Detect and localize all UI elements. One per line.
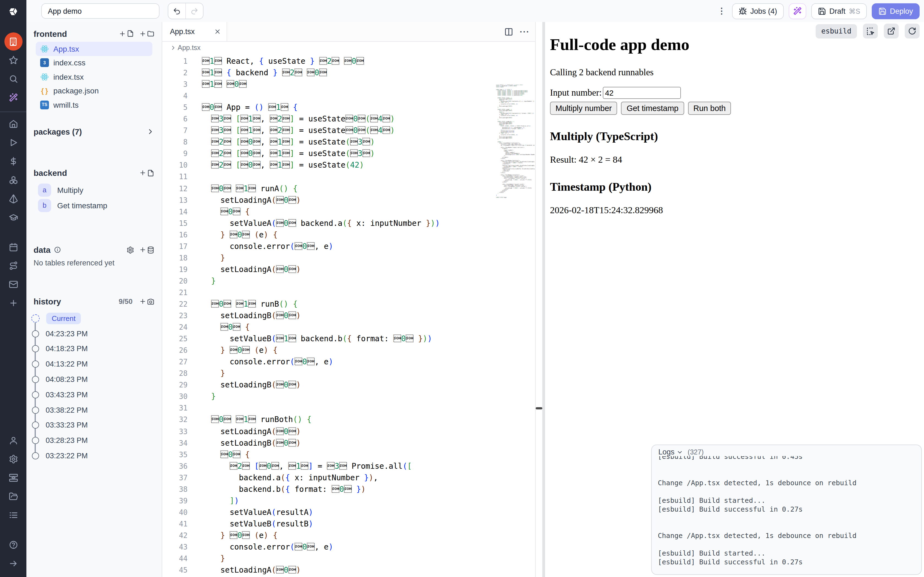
variables-dollar-icon[interactable] (4, 152, 23, 170)
settings-gear-icon[interactable] (4, 450, 23, 468)
code-line-36[interactable]: 36 2 [0, 1] = 3 Promise.all([ (162, 460, 535, 472)
breadcrumb[interactable]: App.tsx (162, 42, 535, 54)
code-line-44[interactable]: 44 } (162, 553, 535, 564)
split-editor-icon[interactable] (504, 27, 513, 36)
history-entry[interactable]: 03:23:22 PM (26, 448, 162, 464)
ai-assistant-button[interactable] (789, 3, 806, 19)
code-line-24[interactable]: 24 0 { (162, 321, 535, 333)
code-line-38[interactable]: 38 backend.b({ format: 0 }) (162, 483, 535, 495)
home-icon[interactable] (4, 114, 23, 133)
packages-row[interactable]: packages (7) (34, 126, 155, 137)
code-line-30[interactable]: 30 } (162, 391, 535, 403)
ai-wand-icon[interactable] (4, 88, 23, 106)
code-line-9[interactable]: 9 2 [0, 1] = useState(3) (162, 148, 535, 160)
app-name-input[interactable]: App demo (41, 3, 160, 19)
tutorials-graduation-cap-icon[interactable] (4, 208, 23, 226)
add-folder-button[interactable] (139, 30, 155, 37)
add-runnable-button[interactable] (139, 169, 155, 177)
code-line-21[interactable]: 21 (162, 287, 535, 298)
runnable-item-b[interactable]: bGet timestamp (34, 198, 155, 213)
code-line-41[interactable]: 41 setValueB(resultB) (162, 518, 535, 530)
run-both-button[interactable]: Run both (688, 102, 731, 115)
code-line-39[interactable]: 39 ]) (162, 495, 535, 507)
add-snapshot-button[interactable] (139, 298, 155, 305)
code-line-25[interactable]: 25 setValueB(1 backend.b({ format: 0… (162, 333, 535, 345)
code-line-11[interactable]: 11 (162, 171, 535, 183)
code-line-40[interactable]: 40 setValueA(resultA) (162, 507, 535, 518)
collapse-arrow-right-icon[interactable] (4, 554, 23, 572)
code-line-12[interactable]: 12 0 1 runA() { (162, 183, 535, 194)
add-file-button[interactable] (119, 30, 134, 37)
code-line-8[interactable]: 8 2 [0, 1] = useState(3) (162, 137, 535, 148)
editor-menu-ellipsis-icon[interactable]: ··· (520, 27, 530, 36)
minimap[interactable]: 1 React, { useState } 2 01 { bac… (496, 85, 535, 216)
audit-list-icon[interactable] (4, 506, 23, 524)
code-line-10[interactable]: 10 2 [0, 1] = useState(42) (162, 160, 535, 171)
code-line-15[interactable]: 15 setValueA(0 backend.a({ x: inputNum… (162, 218, 535, 229)
history-entry[interactable]: 04:08:23 PM (26, 372, 162, 387)
code-line-18[interactable]: 18 } (162, 252, 535, 264)
code-line-2[interactable]: 21 { backend } 2 0 (162, 67, 535, 79)
code-line-37[interactable]: 37 backend.a({ x: inputNumber }), (162, 472, 535, 483)
history-current-row[interactable]: Current (26, 311, 162, 326)
file-item-package-json[interactable]: { }package.json (36, 84, 152, 98)
history-entry[interactable]: 04:18:23 PM (26, 341, 162, 357)
undo-icon[interactable] (168, 3, 185, 19)
code-line-35[interactable]: 35 0 { (162, 449, 535, 460)
code-line-4[interactable]: 4 (162, 90, 535, 102)
code-line-14[interactable]: 14 0 { (162, 206, 535, 218)
code-line-31[interactable]: 31 (162, 403, 535, 414)
redo-icon[interactable] (185, 3, 203, 19)
history-entry[interactable]: 04:13:22 PM (26, 357, 162, 372)
code-line-28[interactable]: 28 } (162, 368, 535, 379)
code-line-33[interactable]: 33 setLoadingA(0) (162, 425, 535, 437)
file-item-App-tsx[interactable]: App.tsx (36, 42, 152, 56)
multiply-number-button[interactable]: Multiply number (550, 102, 617, 115)
history-entry[interactable]: 03:38:22 PM (26, 403, 162, 418)
windmill-logo-icon[interactable] (6, 5, 20, 20)
file-item-wmill-ts[interactable]: TSwmill.ts (36, 98, 152, 112)
info-icon[interactable] (54, 246, 61, 253)
code-viewport[interactable]: 11 React, { useState } 2 021 { b… (162, 54, 535, 577)
code-line-42[interactable]: 42 } 0 (e) { (162, 530, 535, 541)
code-line-20[interactable]: 20 } (162, 275, 535, 287)
triggers-pyramid-icon[interactable] (4, 189, 23, 208)
search-icon[interactable] (4, 69, 23, 88)
history-entry[interactable]: 03:33:23 PM (26, 417, 162, 433)
workspace-avatar[interactable] (4, 32, 22, 50)
code-line-34[interactable]: 34 setLoadingB(0) (162, 437, 535, 449)
file-item-index-tsx[interactable]: index.tsx (36, 70, 152, 84)
code-line-6[interactable]: 6 3 [1, 2] = useState0(4) (162, 113, 535, 125)
code-line-46[interactable]: 46 setLoadingB(0) (162, 576, 535, 577)
file-item-index-css[interactable]: 3index.css (36, 56, 152, 70)
add-table-button[interactable] (139, 246, 155, 254)
logs-header[interactable]: Logs (327) (658, 448, 704, 456)
jobs-button[interactable]: Jobs (4) (732, 3, 784, 19)
deploy-button[interactable]: Deploy (872, 3, 919, 19)
history-entry[interactable]: 03:43:23 PM (26, 387, 162, 403)
data-settings-gear-icon[interactable] (126, 246, 134, 254)
code-line-27[interactable]: 27 console.error(0, e) (162, 356, 535, 367)
history-entry[interactable]: 03:28:23 PM (26, 433, 162, 448)
code-line-29[interactable]: 29 setLoadingB(0) (162, 379, 535, 391)
code-line-3[interactable]: 31 0 (162, 79, 535, 90)
code-line-45[interactable]: 45 setLoadingA(0) (162, 564, 535, 576)
code-line-17[interactable]: 17 console.error(0, e) (162, 241, 535, 252)
code-line-13[interactable]: 13 setLoadingA(0) (162, 194, 535, 206)
code-line-16[interactable]: 16 } 0 (e) { (162, 229, 535, 240)
mail-icon[interactable] (4, 275, 23, 293)
runnable-item-a[interactable]: aMultiply (34, 182, 155, 198)
user-icon[interactable] (4, 431, 23, 450)
input-number-field[interactable]: 42 (603, 87, 681, 99)
splitter-drag-handle[interactable] (536, 407, 542, 409)
code-line-32[interactable]: 32 0 1 runBoth() { (162, 414, 535, 425)
code-line-19[interactable]: 19 setLoadingA(0) (162, 264, 535, 275)
code-line-23[interactable]: 23 setLoadingB(0) (162, 310, 535, 321)
resources-boxes-icon[interactable] (4, 170, 23, 189)
runs-play-icon[interactable] (4, 133, 23, 152)
log-lines[interactable]: [esbuild] Build successful in 0.45s Chan… (658, 456, 918, 567)
tab-app-tsx[interactable]: App.tsx (162, 22, 227, 41)
more-options-kebab-icon[interactable]: ⋮ (716, 6, 727, 16)
panel-splitter[interactable] (536, 22, 545, 577)
get-timestamp-button[interactable]: Get timestamp (621, 102, 684, 115)
